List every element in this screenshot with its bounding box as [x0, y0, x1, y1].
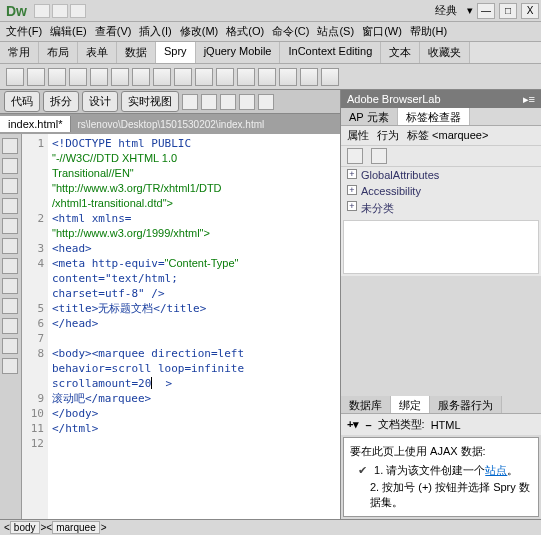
tag-selector[interactable]: <body><marquee>: [4, 522, 107, 533]
tree-uncategorized[interactable]: +未分类: [341, 199, 541, 218]
toolbar-icon[interactable]: [258, 94, 274, 110]
remove-binding-button[interactable]: –: [365, 419, 371, 431]
vtool-icon[interactable]: [2, 198, 18, 214]
code-view-button[interactable]: 代码: [4, 91, 40, 112]
tab-databases[interactable]: 数据库: [341, 396, 391, 413]
vtool-icon[interactable]: [2, 338, 18, 354]
panel-menu-icon[interactable]: ▸≡: [523, 93, 535, 106]
document-toolbar: 代码 拆分 设计 实时视图: [0, 90, 340, 114]
vtool-icon[interactable]: [2, 358, 18, 374]
vtool-icon[interactable]: [2, 318, 18, 334]
insert-tab[interactable]: 布局: [39, 42, 78, 63]
panel-browserlab-header[interactable]: Adobe BrowserLab▸≡: [341, 90, 541, 108]
spry-tool-icon[interactable]: [111, 68, 129, 86]
code-vertical-toolbar: [0, 134, 22, 519]
insert-bar: 常用布局表单数据SpryjQuery MobileInContext Editi…: [0, 42, 541, 64]
document-tabs: index.html* rs\lenovo\Desktop\1501530202…: [0, 114, 340, 134]
vtool-icon[interactable]: [2, 158, 18, 174]
toolbar-icon[interactable]: [220, 94, 236, 110]
maximize-button[interactable]: □: [499, 3, 517, 19]
spry-tool-icon[interactable]: [321, 68, 339, 86]
insert-tab[interactable]: jQuery Mobile: [196, 42, 281, 63]
spry-tool-icon[interactable]: [48, 68, 66, 86]
spry-tool-icon[interactable]: [258, 68, 276, 86]
menu-item[interactable]: 查看(V): [95, 24, 132, 39]
spry-tool-icon[interactable]: [132, 68, 150, 86]
menu-item[interactable]: 格式(O): [226, 24, 264, 39]
doc-type-label: 文档类型:: [378, 417, 425, 432]
menu-item[interactable]: 编辑(E): [50, 24, 87, 39]
vtool-icon[interactable]: [2, 238, 18, 254]
layout-icon[interactable]: [34, 4, 50, 18]
spry-tool-icon[interactable]: [195, 68, 213, 86]
live-view-button[interactable]: 实时视图: [121, 91, 179, 112]
workspace-chevron-icon[interactable]: ▾: [467, 4, 473, 17]
ajax-instructions: 要在此页上使用 AJAX 数据: 1. 请为该文件创建一个站点。 2. 按加号 …: [343, 437, 539, 517]
list-view-icon[interactable]: [371, 148, 387, 164]
spry-tool-icon[interactable]: [153, 68, 171, 86]
tab-tag-inspector[interactable]: 标签检查器: [398, 108, 470, 125]
add-binding-button[interactable]: +▾: [347, 418, 359, 431]
spry-tool-icon[interactable]: [6, 68, 24, 86]
insert-tab[interactable]: 常用: [0, 42, 39, 63]
menu-item[interactable]: 插入(I): [139, 24, 171, 39]
insert-tab[interactable]: Spry: [156, 42, 196, 63]
spry-tool-icon[interactable]: [216, 68, 234, 86]
spry-tool-icon[interactable]: [300, 68, 318, 86]
spry-tool-icon[interactable]: [237, 68, 255, 86]
toolbar-icon[interactable]: [201, 94, 217, 110]
insert-tab[interactable]: 收藏夹: [420, 42, 470, 63]
menu-item[interactable]: 命令(C): [272, 24, 309, 39]
extend-icon[interactable]: [52, 4, 68, 18]
status-bar: <body><marquee>: [0, 519, 541, 535]
prop-tab-tag: 标签 <marquee>: [407, 128, 488, 143]
menu-bar: 文件(F)编辑(E)查看(V)插入(I)修改(M)格式(O)命令(C)站点(S)…: [0, 22, 541, 42]
create-site-link[interactable]: 站点: [485, 464, 507, 476]
spry-tool-icon[interactable]: [90, 68, 108, 86]
spry-tool-icon[interactable]: [27, 68, 45, 86]
tab-bindings[interactable]: 绑定: [391, 396, 430, 413]
site-icon[interactable]: [70, 4, 86, 18]
menu-item[interactable]: 文件(F): [6, 24, 42, 39]
code-editor[interactable]: <!DOCTYPE html PUBLIC "-//W3C//DTD XHTML…: [48, 134, 340, 519]
insert-tab[interactable]: 文本: [381, 42, 420, 63]
split-view-button[interactable]: 拆分: [43, 91, 79, 112]
document-tab-active[interactable]: index.html*: [0, 116, 71, 132]
menu-item[interactable]: 窗口(W): [362, 24, 402, 39]
tree-accessibility[interactable]: +Accessibility: [341, 183, 541, 199]
design-view-button[interactable]: 设计: [82, 91, 118, 112]
insert-tab[interactable]: 表单: [78, 42, 117, 63]
spry-tool-icon[interactable]: [174, 68, 192, 86]
menu-item[interactable]: 站点(S): [317, 24, 354, 39]
insert-tab[interactable]: 数据: [117, 42, 156, 63]
doc-type-value: HTML: [431, 419, 461, 431]
menu-item[interactable]: 帮助(H): [410, 24, 447, 39]
prop-tab-behaviors[interactable]: 行为: [377, 128, 399, 143]
category-view-icon[interactable]: [347, 148, 363, 164]
toolbar-icon[interactable]: [239, 94, 255, 110]
insert-icon-row: [0, 64, 541, 90]
title-bar: Dw 经典 ▾ — □ X: [0, 0, 541, 22]
app-logo: Dw: [0, 3, 30, 19]
toolbar-icon[interactable]: [182, 94, 198, 110]
prop-tab-attributes[interactable]: 属性: [347, 128, 369, 143]
vtool-icon[interactable]: [2, 278, 18, 294]
workspace-switcher[interactable]: 经典: [429, 3, 463, 18]
document-path: rs\lenovo\Desktop\1501530202\index.html: [71, 117, 340, 132]
spry-tool-icon[interactable]: [279, 68, 297, 86]
vtool-icon[interactable]: [2, 298, 18, 314]
vtool-icon[interactable]: [2, 258, 18, 274]
line-gutter: 1 2 34 5678 9101112: [22, 134, 48, 519]
tree-global-attributes[interactable]: +GlobalAttributes: [341, 167, 541, 183]
spry-tool-icon[interactable]: [69, 68, 87, 86]
insert-tab[interactable]: InContext Editing: [280, 42, 381, 63]
menu-item[interactable]: 修改(M): [180, 24, 219, 39]
vtool-icon[interactable]: [2, 138, 18, 154]
close-button[interactable]: X: [521, 3, 539, 19]
tab-ap-elements[interactable]: AP 元素: [341, 108, 398, 125]
minimize-button[interactable]: —: [477, 3, 495, 19]
vtool-icon[interactable]: [2, 218, 18, 234]
tab-server-behaviors[interactable]: 服务器行为: [430, 396, 502, 413]
vtool-icon[interactable]: [2, 178, 18, 194]
